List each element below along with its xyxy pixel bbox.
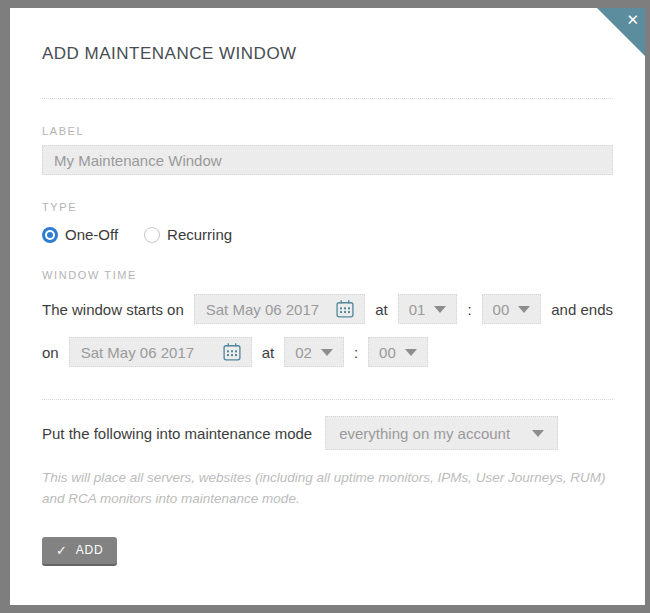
scope-selected-value: everything on my account (339, 425, 510, 442)
on-text: on (42, 344, 59, 361)
end-hour-select[interactable]: 02 (284, 337, 344, 367)
end-hour-value: 02 (295, 344, 312, 361)
start-hour-value: 01 (409, 301, 426, 318)
starts-on-text: The window starts on (42, 301, 184, 318)
add-maintenance-window-modal: ✕ ADD MAINTENANCE WINDOW LABEL TYPE One-… (10, 8, 645, 605)
chevron-down-icon (518, 306, 530, 313)
and-ends-text: and ends (551, 301, 613, 318)
radio-option-recurring[interactable]: Recurring (144, 226, 232, 243)
calendar-icon (222, 342, 242, 362)
scope-note: This will place all servers, websites (i… (42, 468, 613, 510)
label-field-label: LABEL (42, 125, 613, 137)
divider (42, 399, 613, 400)
scope-prompt-text: Put the following into maintenance mode (42, 425, 312, 442)
calendar-icon (335, 299, 355, 319)
chevron-down-icon (434, 306, 446, 313)
window-start-row: The window starts on Sat May 06 2017 at (42, 294, 613, 324)
start-minute-select[interactable]: 00 (482, 294, 542, 324)
radio-option-one-off[interactable]: One-Off (42, 226, 118, 243)
window-end-row: on Sat May 06 2017 at 02 (42, 337, 613, 367)
close-icon: ✕ (626, 12, 639, 27)
add-button[interactable]: ✓ ADD (42, 537, 117, 566)
end-date-value: Sat May 06 2017 (81, 344, 194, 361)
modal-backdrop: ✕ ADD MAINTENANCE WINDOW LABEL TYPE One-… (0, 0, 650, 613)
start-hour-select[interactable]: 01 (398, 294, 458, 324)
end-minute-value: 00 (379, 344, 396, 361)
chevron-down-icon (532, 430, 544, 437)
chevron-down-icon (405, 349, 417, 356)
start-date-picker[interactable]: Sat May 06 2017 (194, 294, 365, 324)
end-minute-select[interactable]: 00 (368, 337, 428, 367)
add-button-label: ADD (76, 543, 104, 557)
radio-selected-icon (42, 227, 58, 243)
divider (42, 98, 613, 99)
colon-separator: : (354, 344, 358, 361)
start-date-value: Sat May 06 2017 (206, 301, 319, 318)
type-field-label: TYPE (42, 201, 613, 213)
start-minute-value: 00 (493, 301, 510, 318)
colon-separator: : (467, 301, 471, 318)
label-input[interactable] (42, 145, 613, 175)
type-radio-group: One-Off Recurring (42, 226, 613, 243)
close-button[interactable]: ✕ (597, 8, 645, 56)
scope-row: Put the following into maintenance mode … (42, 416, 613, 450)
at-text: at (375, 301, 388, 318)
chevron-down-icon (321, 349, 333, 356)
radio-unselected-icon (144, 227, 160, 243)
modal-title: ADD MAINTENANCE WINDOW (42, 8, 613, 64)
radio-label-one-off: One-Off (65, 226, 118, 243)
radio-label-recurring: Recurring (167, 226, 232, 243)
window-time-label: WINDOW TIME (42, 269, 613, 281)
check-icon: ✓ (56, 543, 68, 558)
at-text: at (262, 344, 275, 361)
scope-select[interactable]: everything on my account (325, 416, 558, 450)
end-date-picker[interactable]: Sat May 06 2017 (69, 337, 252, 367)
